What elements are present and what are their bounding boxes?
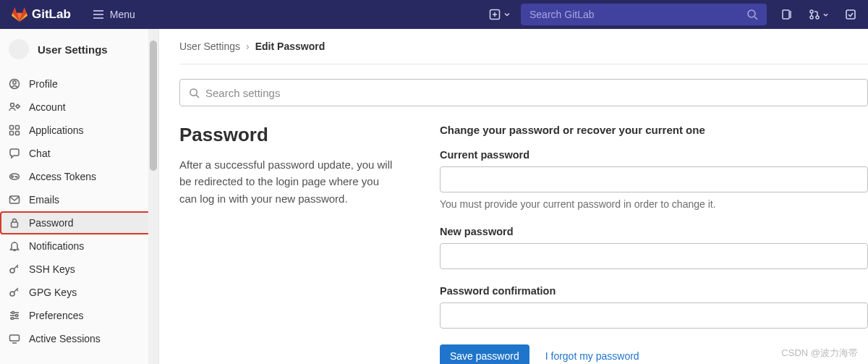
sidebar-item-applications[interactable]: Applications <box>0 119 154 142</box>
sidebar-item-gpg-keys[interactable]: GPG Keys <box>0 281 154 304</box>
new-password-input[interactable] <box>440 243 868 269</box>
svg-point-33 <box>10 268 14 273</box>
chevron-down-icon <box>503 11 511 18</box>
email-icon <box>9 194 20 206</box>
sidebar-item-label: Account <box>29 101 66 113</box>
page-heading: Password <box>179 124 396 146</box>
menu-label: Menu <box>110 9 135 20</box>
brand-text: GitLab <box>32 7 71 22</box>
breadcrumb-parent[interactable]: User Settings <box>179 41 240 52</box>
current-password-input[interactable] <box>440 166 868 192</box>
svg-line-7 <box>754 17 757 20</box>
svg-rect-23 <box>16 126 20 130</box>
svg-point-17 <box>17 105 20 108</box>
sidebar-item-label: Password <box>29 217 73 229</box>
svg-point-15 <box>13 81 16 84</box>
sidebar-item-label: Active Sessions <box>29 333 101 344</box>
current-password-hint: You must provide your current password i… <box>440 198 868 210</box>
svg-rect-24 <box>10 132 14 135</box>
sidebar-items: Profile Account Applications Chat Access… <box>0 69 158 349</box>
sidebar-item-label: SSH Keys <box>29 263 75 275</box>
svg-point-47 <box>190 88 197 95</box>
bell-icon <box>9 240 20 252</box>
svg-point-10 <box>810 10 813 13</box>
todos-icon[interactable] <box>845 9 856 20</box>
global-search[interactable] <box>521 4 767 25</box>
svg-rect-32 <box>12 222 18 227</box>
svg-point-12 <box>816 16 819 19</box>
divider <box>179 64 868 64</box>
sessions-icon <box>9 333 20 344</box>
svg-point-27 <box>12 176 14 178</box>
sidebar-item-emails[interactable]: Emails <box>0 188 154 211</box>
gitlab-logo-icon <box>12 7 27 22</box>
svg-rect-13 <box>846 10 855 19</box>
sidebar-item-label: Emails <box>29 194 59 206</box>
svg-rect-25 <box>16 132 20 135</box>
svg-line-38 <box>17 289 18 291</box>
settings-search-input[interactable] <box>205 87 859 99</box>
sidebar-header[interactable]: User Settings <box>0 29 158 69</box>
topbar: GitLab Menu <box>0 0 868 29</box>
chevron-right-icon: › <box>246 41 250 52</box>
breadcrumb: User Settings › Edit Password <box>179 41 868 52</box>
user-avatar <box>9 39 29 59</box>
svg-line-48 <box>196 95 199 98</box>
top-right-icons <box>781 9 856 20</box>
applications-icon <box>9 124 20 136</box>
sidebar-item-label: Notifications <box>29 240 84 252</box>
svg-point-42 <box>15 314 17 316</box>
hamburger-icon <box>93 9 104 20</box>
sidebar-item-label: Profile <box>29 78 58 90</box>
sidebar-item-label: Access Tokens <box>29 171 96 182</box>
sidebar-title: User Settings <box>38 43 108 56</box>
sidebar-item-ssh-keys[interactable]: SSH Keys <box>0 258 154 281</box>
svg-point-40 <box>12 311 14 313</box>
sidebar-item-label: Preferences <box>29 310 83 321</box>
current-password-label: Current password <box>440 149 868 161</box>
svg-point-11 <box>810 16 813 19</box>
sidebar-item-account[interactable]: Account <box>0 96 154 119</box>
new-password-label: New password <box>440 226 868 237</box>
key-icon <box>9 287 20 298</box>
sidebar-item-password[interactable]: Password <box>0 211 154 234</box>
brand[interactable]: GitLab <box>12 7 71 22</box>
search-icon <box>189 88 200 98</box>
sidebar-item-preferences[interactable]: Preferences <box>0 304 154 327</box>
global-search-input[interactable] <box>529 9 746 20</box>
scrollbar-thumb[interactable] <box>150 41 157 171</box>
issues-icon[interactable] <box>781 9 793 20</box>
password-form: Change your password or recover your cur… <box>440 124 868 364</box>
current-password-field: Current password You must provide your c… <box>440 149 868 210</box>
sidebar-item-label: Applications <box>29 124 84 136</box>
lock-icon <box>9 217 20 229</box>
token-icon <box>9 171 20 182</box>
confirm-password-input[interactable] <box>440 302 868 329</box>
page-intro: Password After a successful password upd… <box>179 124 396 364</box>
sidebar-item-access-tokens[interactable]: Access Tokens <box>0 165 154 188</box>
sidebar-item-active-sessions[interactable]: Active Sessions <box>0 327 154 346</box>
plus-box-icon <box>489 9 501 20</box>
merge-requests-dropdown[interactable] <box>809 9 829 20</box>
page-description: After a successful password update, you … <box>179 156 396 207</box>
chat-icon <box>9 148 20 159</box>
sidebar-item-chat[interactable]: Chat <box>0 142 154 165</box>
menu-toggle[interactable]: Menu <box>93 9 135 20</box>
svg-point-44 <box>11 317 13 319</box>
sidebar-scrollbar[interactable] <box>148 29 158 364</box>
sidebar-item-profile[interactable]: Profile <box>0 72 154 96</box>
sidebar: User Settings Profile Account Applicatio… <box>0 29 159 364</box>
forgot-password-link[interactable]: I forgot my password <box>545 350 639 362</box>
main-content: User Settings › Edit Password Password A… <box>159 29 868 364</box>
watermark: CSDN @波力海带 <box>781 347 858 360</box>
settings-search[interactable] <box>179 79 868 106</box>
sidebar-item-notifications[interactable]: Notifications <box>0 234 154 258</box>
account-icon <box>9 101 20 113</box>
search-icon <box>746 9 758 20</box>
new-dropdown[interactable] <box>489 9 511 20</box>
new-password-field: New password <box>440 226 868 269</box>
section-title: Change your password or recover your cur… <box>440 124 868 136</box>
save-password-button[interactable]: Save password <box>440 344 529 364</box>
svg-point-6 <box>748 10 755 17</box>
confirm-password-field: Password confirmation <box>440 285 868 329</box>
